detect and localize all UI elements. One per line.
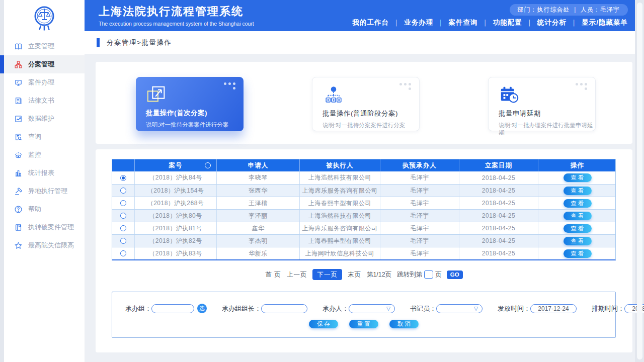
view-button[interactable]: 查看 [564,237,592,245]
page-jump-suffix-label: 页 [435,270,442,279]
col-actions: 操作 [538,159,616,171]
court-emblem-logo [4,0,85,37]
nav-function-config[interactable]: 功能配置 [478,18,522,27]
clerk-select-input[interactable] [436,304,482,313]
schedule-date-label: 排期时间： [592,304,624,313]
row-radio[interactable] [120,238,126,244]
nav-toggle-menu[interactable]: 显示/隐藏菜单 [567,18,628,27]
cell-filing-date: 2018-04-25 [459,171,538,184]
save-button[interactable]: 保存 [309,320,338,328]
sidebar-item-help[interactable]: 帮助 [4,200,85,218]
sidebar-item-statistics-report[interactable]: 统计报表 [4,164,85,182]
book-icon [14,42,23,51]
cell-applicant: 王泽楷 [217,197,300,209]
card-title: 批量申请延期 [499,109,595,118]
more-dots-icon [576,83,589,90]
view-button[interactable]: 查看 [564,199,592,208]
table-row: （2018）沪执82号 李杰明 上海春熙丰型有限公司 毛泽宇 2018-04-2… [112,234,615,247]
table-row: （2018）沪执80号 李泽丽 上海浩然科技有限公司 毛泽宇 2018-04-2… [112,209,615,222]
org-chart-icon [14,60,23,69]
sidebar-item-data-maintenance[interactable]: 数据维护 [4,110,85,128]
table-row: （2018）沪执81号 鑫华 上海席乐服务咨询有限公司 毛泽宇 2018-04-… [112,222,615,234]
select-all-radio[interactable] [205,162,211,168]
card-title: 批量操作(首次分案) [146,109,244,118]
row-radio[interactable] [120,250,126,256]
page-first-link[interactable]: 首 页 [265,270,281,279]
handling-group-input[interactable] [151,304,194,313]
sidebar-item-label: 执转破案件管理 [28,223,74,232]
table-row: （2018）沪执84号 李晓琴 上海浩然科技有限公司 毛泽宇 2018-04-2… [112,171,615,184]
row-radio[interactable] [120,225,126,231]
line-chart-icon [14,115,23,123]
sidebar-item-supreme-court-blacklist[interactable]: 最高院失信限高 [4,236,85,254]
page-prev-link[interactable]: 上一页 [287,270,307,279]
sidebar-item-query[interactable]: 查询 [4,128,85,146]
table-row: （2018）沪执154号 张西华 上海席乐服务咨询有限公司 毛泽宇 2018-0… [112,184,615,197]
select-group-button[interactable]: 选 [197,304,207,313]
page-next-link[interactable]: 下一页 [312,269,342,280]
issue-date-input[interactable] [530,304,577,313]
cancel-button[interactable]: 取消 [389,320,419,328]
card-title: 批量操作(普通阶段分案) [323,109,419,118]
nav-statistics-analysis[interactable]: 统计分析 [522,18,567,27]
page-last-link[interactable]: 末页 [348,270,361,279]
clerk-select[interactable]: ▽ [436,304,482,313]
page-jump-input[interactable] [424,270,433,279]
group-leader-field: 承办组组长： [222,304,307,313]
cell-handler: 毛泽宇 [380,171,459,184]
view-button[interactable]: 查看 [564,212,592,220]
card-batch-stage-assignment[interactable]: 批量操作(普通阶段分案) 说明:对一批待分案案件进行分案 [312,77,420,131]
row-radio[interactable] [120,188,126,194]
row-radio[interactable] [120,200,126,206]
cell-handler: 毛泽宇 [380,185,459,197]
nav-my-workbench[interactable]: 我的工作台 [353,18,389,27]
case-table-panel: 案号 申请人 被执行人 执预承办人 立案日期 操作 （2018）沪执84号 李晓… [96,149,632,352]
view-button[interactable]: 查看 [564,224,592,233]
cell-handler: 毛泽宇 [380,235,459,247]
col-handler: 执预承办人 [380,159,459,171]
breadcrumb-accent-bar [97,38,100,47]
card-batch-first-assignment[interactable]: 批量操作(首次分案) 说明:对一批待分案案件进行分案 [136,77,244,131]
page-info: 第1/12页 [367,270,391,279]
reset-button[interactable]: 重置 [349,320,378,328]
card-description: 说明:对一批待分案案件进行分案 [146,121,244,129]
cell-respondent: 上海席乐服务咨询有限公司 [300,185,380,197]
nav-case-query[interactable]: 案件查询 [433,18,477,27]
row-radio[interactable] [120,175,126,181]
cell-applicant: 李泽丽 [217,210,300,222]
scrollbar-track[interactable] [637,3,642,359]
view-button[interactable]: 查看 [564,249,592,258]
cell-filing-date: 2018-04-25 [459,210,538,222]
sidebar-item-monitoring[interactable]: 监控 [4,146,85,164]
cell-filing-date: 2018-04-25 [459,247,538,259]
go-button[interactable]: GO [447,270,463,279]
sidebar-item-remote-execution[interactable]: 异地执行管理 [4,182,85,200]
handler-select[interactable]: ▽ [349,304,395,313]
sidebar-item-case-handling[interactable]: 案件办理 [4,73,85,92]
nav-business-handling[interactable]: 业务办理 [389,18,433,27]
sidebar-item-case-assignment[interactable]: 分案管理 [4,55,85,73]
group-leader-input[interactable] [261,304,307,313]
card-batch-delay-request[interactable]: 批量申请延期 说明:对一批办理案件进行批量申请延期 [488,77,596,131]
table-row: （2018）沪执268号 王泽楷 上海春熙丰型有限公司 毛泽宇 2018-04-… [112,197,615,209]
sidebar-item-case-filing[interactable]: 立案管理 [4,37,85,55]
cell-case-number: （2018）沪执154号 [135,185,217,197]
cell-filing-date: 2018-04-25 [459,222,538,234]
col-respondent: 被执行人 [300,159,380,171]
view-button[interactable]: 查看 [564,187,592,195]
sidebar-menu: 立案管理 分案管理 案件办理 法律文书 数据维护 查询 [4,37,85,254]
cell-applicant: 李晓琴 [217,171,300,184]
breadcrumb: 分案管理>批量操作 [107,38,172,47]
row-radio[interactable] [120,213,126,219]
view-button[interactable]: 查看 [564,173,592,182]
group-leader-label: 承办组组长： [222,304,261,313]
brand: 上海法院执行流程管理系统 The execution process manag… [99,4,254,27]
document-icon [14,97,23,105]
sidebar-item-legal-documents[interactable]: 法律文书 [4,92,85,110]
sidebar-item-bankruptcy-transfer[interactable]: 执转破案件管理 [4,218,85,236]
case-table: 案号 申请人 被执行人 执预承办人 立案日期 操作 （2018）沪执84号 李晓… [112,159,616,260]
handler-select-input[interactable] [349,304,395,313]
issue-date-label: 发放时间： [498,304,530,313]
cell-handler: 毛泽宇 [380,210,459,222]
main-content: 批量操作(首次分案) 说明:对一批待分案案件进行分案 [85,54,635,362]
